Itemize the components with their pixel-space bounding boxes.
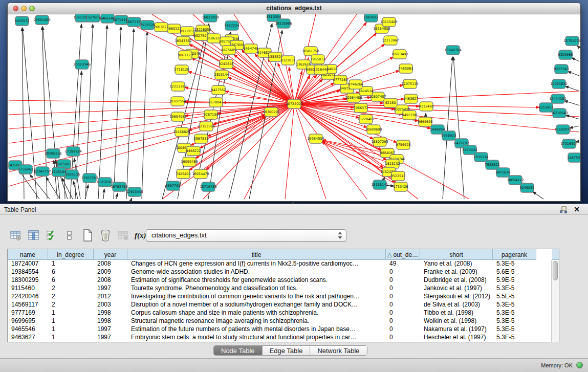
table-row[interactable]: 1872400712008Changes of HCN gene express… (8, 260, 559, 268)
graph-node[interactable]: 20206536 (45, 149, 61, 158)
delete-rows-trash-icon[interactable] (99, 229, 112, 242)
table-row[interactable]: 946362711997Embryonic stem cells: a mode… (8, 334, 559, 342)
table-row[interactable]: 1830029562008Estimation of significance … (8, 276, 559, 285)
graph-node[interactable]: 15135141 (371, 180, 388, 189)
graph-node[interactable]: 9857791 (166, 181, 181, 190)
float-panel-icon[interactable] (559, 206, 568, 214)
column-header-pagerank[interactable]: pagerank (493, 249, 536, 260)
graph-node[interactable]: 9463627 (404, 94, 419, 103)
graph-node[interactable]: 7986372 (354, 103, 368, 113)
graph-node[interactable]: 12213389 (169, 82, 186, 91)
graph-node[interactable]: 20691406 (33, 15, 50, 25)
graph-node[interactable]: 15720407 (357, 115, 374, 124)
graph-node[interactable]: 19654985 (169, 112, 186, 121)
panel-splitter-handle[interactable]: ▾ (290, 202, 296, 205)
graph-node[interactable]: 7485063 (399, 64, 413, 73)
column-header-name[interactable]: name (8, 249, 48, 260)
graph-node[interactable]: 18724007 (286, 99, 302, 108)
tab-network-table[interactable]: Network Table (310, 346, 366, 356)
graph-node[interactable]: 9861123 (178, 51, 193, 60)
graph-node[interactable]: 9498222 (186, 146, 201, 156)
graph-node[interactable]: 2803144 (214, 70, 229, 79)
tab-node-table[interactable]: Node Table (214, 346, 263, 356)
graph-node[interactable]: 1167533 (568, 153, 580, 162)
graph-node[interactable]: 17359924 (64, 147, 81, 156)
column-header-year[interactable]: year (94, 249, 127, 260)
graph-node[interactable]: 9756928 (396, 140, 411, 149)
graph-node[interactable]: 17957253 (81, 173, 98, 183)
graph-node[interactable]: 15716485 (200, 182, 216, 191)
function-builder-icon[interactable]: f(x) (135, 231, 146, 240)
graph-node[interactable]: 9242848 (219, 59, 234, 69)
graph-node[interactable]: 16648784 (444, 46, 461, 55)
graph-node[interactable]: 10115408 (380, 17, 397, 27)
graph-node[interactable]: 7515526 (140, 20, 155, 30)
graph-node[interactable]: 1733426 (394, 182, 408, 191)
graph-node[interactable]: 9938923 (442, 131, 456, 140)
graph-node[interactable]: 17016504 (560, 139, 577, 148)
column-header-indegree[interactable]: in_degree (48, 249, 94, 260)
graph-node[interactable]: 1316448 (314, 65, 329, 74)
network-window[interactable]: citations_edges.txt 18724007183002951938… (7, 3, 581, 202)
graph-node[interactable]: 18807293 (371, 137, 388, 146)
graph-node[interactable]: 9746266 (349, 80, 363, 89)
graph-node[interactable]: 8454749 (244, 44, 258, 53)
graph-node[interactable]: 9227343 (554, 64, 569, 74)
graph-node[interactable]: 9495798 (402, 111, 417, 120)
graph-node[interactable]: 7425402 (176, 169, 191, 179)
graph-node[interactable]: 12213967 (382, 36, 399, 45)
graph-node[interactable]: 10688609 (365, 125, 382, 134)
graph-node[interactable]: 12444151 (549, 94, 566, 103)
graph-node[interactable]: 18300295 (263, 107, 279, 117)
graph-node[interactable]: 62160 (384, 98, 397, 107)
graph-node[interactable]: 18107554 (169, 97, 186, 106)
network-canvas[interactable]: 1872400718300295193845548660123891295518… (8, 14, 580, 201)
graph-node[interactable]: 9699695 (418, 117, 433, 126)
graph-node[interactable]: 8867833 (194, 134, 209, 143)
graph-node[interactable]: 10973493 (391, 50, 408, 59)
graph-node[interactable]: 16914479 (192, 169, 209, 179)
column-header-outde[interactable]: △out_de… (386, 249, 420, 260)
graph-node[interactable]: 2935114 (474, 152, 489, 162)
graph-node[interactable]: 16033809 (202, 14, 219, 22)
graph-node[interactable]: 8912955 (180, 27, 195, 36)
graph-node[interactable]: 20053346 (73, 60, 90, 69)
graph-node[interactable]: 12342757 (34, 167, 51, 176)
select-rows-icon[interactable] (45, 229, 58, 242)
graph-node[interactable]: 9267150 (204, 110, 219, 119)
network-graph[interactable]: 1872400718300295193845548660123891295518… (8, 14, 580, 201)
graph-node[interactable]: 12093832 (550, 79, 567, 89)
graph-node[interactable]: 15751074 (563, 36, 580, 46)
graph-node[interactable]: 1145194 (52, 167, 67, 177)
table-row[interactable]: 946554611997Estimation of the future num… (8, 325, 559, 334)
graph-node[interactable]: 15592971 (554, 125, 571, 134)
graph-node[interactable]: 1527602 (86, 14, 101, 22)
close-panel-icon[interactable]: ✕ (574, 205, 580, 213)
table-row[interactable]: 2242004622012Investigating the contribut… (8, 293, 559, 301)
table-settings-icon[interactable] (9, 229, 23, 242)
table-columns-icon[interactable] (27, 229, 40, 242)
new-document-icon[interactable] (81, 229, 94, 242)
graph-node[interactable]: 9435572 (15, 16, 30, 26)
table-row[interactable]: 977716911998Corpus callosum shape and si… (8, 309, 559, 317)
graph-node[interactable]: 9675685 (222, 46, 236, 55)
network-window-titlebar[interactable]: citations_edges.txt (8, 3, 580, 14)
graph-node[interactable]: 16543382 (175, 36, 191, 46)
graph-node[interactable]: 12923448 (126, 187, 143, 196)
graph-node[interactable]: 2887682 (364, 14, 379, 22)
graph-node[interactable]: 9522547 (391, 171, 406, 181)
graph-node[interactable]: 9427552 (211, 85, 226, 95)
graph-node[interactable]: 8660123 (167, 24, 182, 33)
row-height-icon[interactable] (63, 229, 76, 242)
column-header-title[interactable]: title (127, 249, 386, 260)
memory-ok-indicator-icon[interactable] (576, 362, 583, 368)
table-row[interactable]: 969969511998Structural magnetic resonanc… (8, 317, 559, 325)
graph-node[interactable]: 8322037 (281, 56, 296, 65)
graph-node[interactable]: 8471676 (496, 168, 511, 177)
graph-node[interactable]: 7955812 (311, 55, 325, 64)
graph-node[interactable]: 9170043 (209, 98, 224, 107)
graph-node[interactable]: 12975115 (401, 79, 418, 89)
table-row[interactable]: 1938455462009Genome-wide association stu… (8, 268, 559, 276)
graph-node[interactable]: 19166829 (173, 127, 190, 137)
graph-node[interactable]: 12353594 (198, 122, 214, 131)
